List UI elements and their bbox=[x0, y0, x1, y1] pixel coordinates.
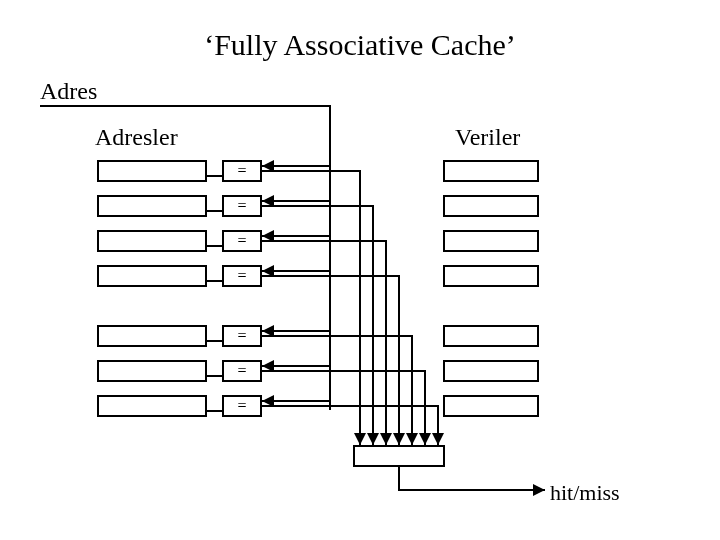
data-box bbox=[443, 230, 539, 252]
address-box bbox=[97, 325, 207, 347]
veriler-heading: Veriler bbox=[455, 124, 520, 151]
comparator-box: = bbox=[222, 360, 262, 382]
data-box bbox=[443, 195, 539, 217]
address-box bbox=[97, 160, 207, 182]
adres-label: Adres bbox=[40, 78, 97, 105]
data-box bbox=[443, 325, 539, 347]
data-box bbox=[443, 360, 539, 382]
comparator-box: = bbox=[222, 230, 262, 252]
address-box bbox=[97, 360, 207, 382]
adres-underline bbox=[40, 105, 330, 107]
comparator-box: = bbox=[222, 265, 262, 287]
data-box bbox=[443, 265, 539, 287]
address-box bbox=[97, 265, 207, 287]
address-box bbox=[97, 195, 207, 217]
data-box bbox=[443, 395, 539, 417]
address-box bbox=[97, 395, 207, 417]
data-box bbox=[443, 160, 539, 182]
comparator-box: = bbox=[222, 395, 262, 417]
address-box bbox=[97, 230, 207, 252]
hitmiss-label: hit/miss bbox=[550, 480, 620, 506]
page-title: ‘Fully Associative Cache’ bbox=[0, 28, 720, 62]
comparator-box: = bbox=[222, 325, 262, 347]
comparator-box: = bbox=[222, 195, 262, 217]
hit-miss-collector bbox=[353, 445, 445, 467]
adresler-heading: Adresler bbox=[95, 124, 178, 151]
comparator-box: = bbox=[222, 160, 262, 182]
